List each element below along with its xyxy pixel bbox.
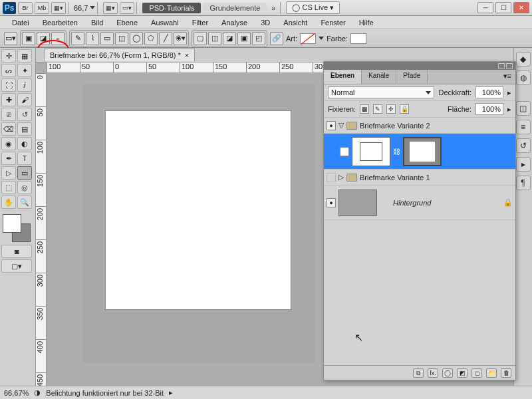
layer-name[interactable]: Briefmarke Variante 1 xyxy=(360,174,430,182)
visibility-icon[interactable]: ● xyxy=(327,121,336,130)
polygon-icon[interactable]: ⬠ xyxy=(144,32,158,45)
menu-3d[interactable]: 3D xyxy=(254,17,277,28)
fx-button[interactable]: fx. xyxy=(428,368,438,378)
close-tab-button[interactable]: × xyxy=(185,51,189,59)
workspace-switcher[interactable]: Grundelemente xyxy=(203,3,267,13)
layer-thumbnail[interactable] xyxy=(352,137,390,166)
visibility-icon[interactable] xyxy=(327,173,336,182)
menu-ebene[interactable]: Ebene xyxy=(110,17,144,28)
menu-hilfe[interactable]: Hilfe xyxy=(352,17,380,28)
arrange-button[interactable]: ▦▾ xyxy=(103,2,118,14)
ellipse-icon[interactable]: ◯ xyxy=(130,32,143,45)
pen-icon[interactable]: ✎ xyxy=(71,32,84,45)
type-tool[interactable]: T xyxy=(17,152,32,165)
exclude-shape-icon[interactable]: ◰ xyxy=(252,32,265,45)
layer-group-row[interactable]: ▷ Briefmarke Variante 1 xyxy=(324,170,515,186)
color-swatches[interactable] xyxy=(1,213,32,243)
menu-ansicht[interactable]: Ansicht xyxy=(277,17,314,28)
line-icon[interactable]: ╱ xyxy=(159,32,172,45)
history-brush-tool[interactable]: ↺ xyxy=(17,108,32,121)
hand-tool[interactable]: ✋ xyxy=(1,196,16,209)
custom-shape-icon[interactable]: ❀▾ xyxy=(174,32,187,45)
panel-header[interactable] xyxy=(324,62,515,70)
color-panel-icon[interactable]: ◆ xyxy=(516,52,531,66)
chevron-down-icon[interactable] xyxy=(90,6,95,9)
zoom-readout[interactable]: 66,7 xyxy=(74,4,88,12)
opacity-slider-icon[interactable]: ▸ xyxy=(507,88,511,97)
link-layers-button[interactable]: ⧉ xyxy=(413,368,424,378)
close-button[interactable]: ✕ xyxy=(513,2,529,13)
more-workspaces-icon[interactable]: » xyxy=(269,4,278,12)
layer-row[interactable]: ● Hintergrund 🔒 xyxy=(324,186,515,220)
crop-tool[interactable]: ⛶ xyxy=(1,78,16,92)
fill-pixels-button[interactable]: ▫ xyxy=(51,32,65,45)
menu-bild[interactable]: Bild xyxy=(84,17,110,28)
blur-tool[interactable]: ◉ xyxy=(1,137,16,150)
3d-camera-tool[interactable]: ◎ xyxy=(17,181,32,194)
zoom-status[interactable]: 66,67% xyxy=(4,389,29,397)
layout-button[interactable]: ▦▾ xyxy=(51,2,66,14)
swatches-panel-icon[interactable]: ◍ xyxy=(516,70,531,85)
add-shape-icon[interactable]: ◫ xyxy=(208,32,221,45)
fill-input[interactable]: 100% xyxy=(475,103,503,115)
fill-slider-icon[interactable]: ▸ xyxy=(507,105,511,114)
disclosure-icon[interactable]: ▽ xyxy=(338,121,344,130)
rectangle-icon[interactable]: ▭ xyxy=(100,32,114,45)
menu-datei[interactable]: Datei xyxy=(5,17,36,28)
opacity-input[interactable]: 100% xyxy=(475,86,503,98)
lock-position-icon[interactable]: ✢ xyxy=(386,104,396,114)
zoom-tool[interactable]: 🔍 xyxy=(17,196,32,209)
rounded-rect-icon[interactable]: ◫ xyxy=(115,32,128,45)
tool-preset[interactable]: ▭▾ xyxy=(4,32,17,45)
3d-tool[interactable]: ⬚ xyxy=(1,181,16,194)
delete-layer-button[interactable]: 🗑 xyxy=(501,368,511,378)
minibridge-button[interactable]: Mb xyxy=(35,2,49,14)
lock-all-icon[interactable]: 🔒 xyxy=(400,104,409,114)
shape-layers-button[interactable]: ▣ xyxy=(22,32,35,45)
subtract-shape-icon[interactable]: ◪ xyxy=(223,32,236,45)
cslive-button[interactable]: ◯ CS Live ▾ xyxy=(286,1,340,14)
lock-transparency-icon[interactable]: ▩ xyxy=(360,104,369,114)
screenmode-button[interactable]: ▢▾ xyxy=(1,259,32,273)
group-button[interactable]: ◻ xyxy=(471,368,482,378)
lasso-tool[interactable]: ᔕ xyxy=(1,64,16,77)
menu-bearbeiten[interactable]: Bearbeiten xyxy=(36,17,84,28)
bridge-button[interactable]: Br xyxy=(18,2,33,14)
status-icon[interactable]: ◑ xyxy=(34,388,41,397)
panel-menu-icon[interactable]: ▾≡ xyxy=(499,70,515,84)
layer-name[interactable]: Briefmarke Variante 2 xyxy=(360,122,430,130)
layer-group-row[interactable]: ● ▽ Briefmarke Variante 2 xyxy=(324,118,515,134)
tab-ebenen[interactable]: Ebenen xyxy=(324,70,362,84)
minimize-button[interactable]: ─ xyxy=(477,2,493,13)
visibility-icon[interactable]: ● xyxy=(327,198,336,207)
maximize-button[interactable]: ☐ xyxy=(495,2,511,13)
style-swatch[interactable] xyxy=(300,33,316,44)
document-tab[interactable]: Briefmarke bei 66,7% (Form 1, RGB/8) * × xyxy=(44,49,195,61)
dodge-tool[interactable]: ◐ xyxy=(17,137,32,150)
status-menu-icon[interactable]: ▸ xyxy=(169,388,173,397)
menu-analyse[interactable]: Analyse xyxy=(215,17,254,28)
wand-tool[interactable]: ✦ xyxy=(17,64,32,77)
new-layer-button[interactable]: 📁 xyxy=(486,368,497,378)
marquee-tool[interactable]: ▦ xyxy=(17,49,32,63)
tab-pfade[interactable]: Pfade xyxy=(396,70,428,84)
link-styles-button[interactable]: 🔗 xyxy=(270,32,283,45)
visibility-icon[interactable]: ● xyxy=(340,147,349,156)
blend-mode-select[interactable]: Normal xyxy=(328,86,434,98)
shape-tool[interactable]: ▭ xyxy=(17,166,32,180)
menu-filter[interactable]: Filter xyxy=(186,17,215,28)
menu-fenster[interactable]: Fenster xyxy=(314,17,352,28)
paths-button[interactable]: ◪ xyxy=(37,32,50,45)
screenmode-button[interactable]: ▭▾ xyxy=(120,2,134,14)
stamp-tool[interactable]: ⎚ xyxy=(1,108,16,121)
vertical-ruler[interactable]: 050100150200250300350400450 xyxy=(36,73,47,386)
actions-panel-icon[interactable]: ▸ xyxy=(516,157,531,172)
canvas[interactable] xyxy=(105,110,291,310)
eraser-tool[interactable]: ⌫ xyxy=(1,122,16,136)
layer-name[interactable]: Hintergrund xyxy=(393,199,431,207)
pen-tool[interactable]: ✒ xyxy=(1,152,16,165)
history-panel-icon[interactable]: ↺ xyxy=(516,138,531,153)
link-mask-icon[interactable]: ⛓ xyxy=(393,148,400,156)
gradient-tool[interactable]: ▤ xyxy=(17,122,32,136)
adjustments-panel-icon[interactable]: ◫ xyxy=(516,101,531,116)
